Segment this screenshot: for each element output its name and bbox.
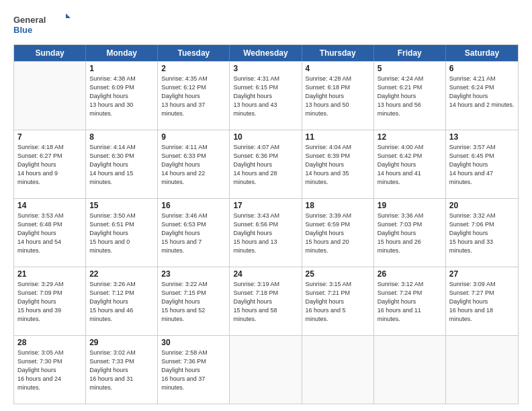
day-number: 23 [161,269,226,279]
day-number: 26 [378,269,442,279]
calendar-week-1: 1 Sunrise: 4:38 AM Sunset: 6:09 PM Dayli… [14,61,518,130]
calendar-day-cell: 7 Sunrise: 4:18 AM Sunset: 6:27 PM Dayli… [14,130,86,198]
calendar-day-cell: 16 Sunrise: 3:46 AM Sunset: 6:53 PM Dayl… [158,199,230,267]
day-number: 7 [17,132,82,142]
day-info: Sunrise: 3:50 AM Sunset: 6:51 PM Dayligh… [89,212,154,255]
day-number: 27 [449,269,515,279]
calendar-header-cell: Friday [374,45,446,61]
day-number: 29 [89,338,154,347]
calendar-day-cell: 26 Sunrise: 3:12 AM Sunset: 7:24 PM Dayl… [374,267,446,335]
day-number: 3 [233,64,298,73]
day-info: Sunrise: 3:39 AM Sunset: 6:59 PM Dayligh… [306,212,370,255]
calendar-day-cell: 11 Sunrise: 4:04 AM Sunset: 6:39 PM Dayl… [302,130,374,198]
day-info: Sunrise: 3:02 AM Sunset: 7:33 PM Dayligh… [89,349,154,392]
calendar-header-cell: Thursday [302,45,374,61]
day-info: Sunrise: 3:15 AM Sunset: 7:21 PM Dayligh… [306,280,370,324]
day-info: Sunrise: 2:58 AM Sunset: 7:36 PM Dayligh… [161,349,226,392]
calendar-day-cell: 30 Sunrise: 2:58 AM Sunset: 7:36 PM Dayl… [158,336,230,404]
calendar-day-cell: 2 Sunrise: 4:35 AM Sunset: 6:12 PM Dayli… [158,62,230,130]
day-number: 2 [161,64,226,73]
day-info: Sunrise: 4:07 AM Sunset: 6:36 PM Dayligh… [233,143,298,187]
calendar-empty-cell [446,336,518,404]
svg-text:General: General [13,15,46,25]
calendar-day-cell: 20 Sunrise: 3:32 AM Sunset: 7:06 PM Dayl… [446,199,518,267]
day-info: Sunrise: 4:21 AM Sunset: 6:24 PM Dayligh… [449,75,515,109]
day-number: 4 [306,64,370,73]
calendar-header-cell: Wednesday [230,45,302,61]
calendar-day-cell: 15 Sunrise: 3:50 AM Sunset: 6:51 PM Dayl… [86,199,158,267]
calendar-day-cell: 8 Sunrise: 4:14 AM Sunset: 6:30 PM Dayli… [86,130,158,198]
calendar-week-3: 14 Sunrise: 3:53 AM Sunset: 6:48 PM Dayl… [14,198,518,267]
calendar-day-cell: 22 Sunrise: 3:26 AM Sunset: 7:12 PM Dayl… [86,267,158,335]
calendar-day-cell: 21 Sunrise: 3:29 AM Sunset: 7:09 PM Dayl… [14,267,86,335]
day-info: Sunrise: 3:22 AM Sunset: 7:15 PM Dayligh… [161,280,226,324]
day-number: 24 [233,269,298,279]
day-info: Sunrise: 4:18 AM Sunset: 6:27 PM Dayligh… [17,143,82,187]
svg-marker-2 [66,13,71,18]
day-number: 13 [449,132,515,142]
logo-container: General Blue [13,12,74,38]
day-info: Sunrise: 4:14 AM Sunset: 6:30 PM Dayligh… [89,143,154,187]
calendar-day-cell: 6 Sunrise: 4:21 AM Sunset: 6:24 PM Dayli… [446,62,518,130]
logo: General Blue [13,12,74,38]
day-info: Sunrise: 3:32 AM Sunset: 7:06 PM Dayligh… [449,212,515,255]
calendar-week-2: 7 Sunrise: 4:18 AM Sunset: 6:27 PM Dayli… [14,130,518,198]
day-info: Sunrise: 3:46 AM Sunset: 6:53 PM Dayligh… [161,212,226,255]
calendar-day-cell: 12 Sunrise: 4:00 AM Sunset: 6:42 PM Dayl… [374,130,446,198]
day-info: Sunrise: 3:43 AM Sunset: 6:56 PM Dayligh… [233,212,298,255]
calendar-day-cell: 18 Sunrise: 3:39 AM Sunset: 6:59 PM Dayl… [302,199,374,267]
calendar-day-cell: 3 Sunrise: 4:31 AM Sunset: 6:15 PM Dayli… [230,62,302,130]
calendar-empty-cell [230,336,302,404]
calendar-empty-cell [14,62,86,130]
day-info: Sunrise: 4:04 AM Sunset: 6:39 PM Dayligh… [306,143,370,187]
day-info: Sunrise: 3:53 AM Sunset: 6:48 PM Dayligh… [17,212,82,255]
day-number: 21 [17,269,82,279]
day-info: Sunrise: 4:24 AM Sunset: 6:21 PM Dayligh… [378,75,442,118]
day-info: Sunrise: 3:26 AM Sunset: 7:12 PM Dayligh… [89,280,154,324]
day-number: 17 [233,201,298,210]
day-number: 12 [378,132,442,142]
calendar-header-cell: Sunday [14,45,86,61]
calendar-day-cell: 14 Sunrise: 3:53 AM Sunset: 6:48 PM Dayl… [14,199,86,267]
day-info: Sunrise: 3:36 AM Sunset: 7:03 PM Dayligh… [378,212,442,255]
day-number: 19 [378,201,442,210]
calendar-header: SundayMondayTuesdayWednesdayThursdayFrid… [14,45,518,61]
day-info: Sunrise: 4:28 AM Sunset: 6:18 PM Dayligh… [306,75,370,118]
day-number: 1 [89,64,154,73]
day-info: Sunrise: 4:00 AM Sunset: 6:42 PM Dayligh… [378,143,442,187]
day-info: Sunrise: 4:38 AM Sunset: 6:09 PM Dayligh… [89,75,154,118]
day-number: 16 [161,201,226,210]
header: General Blue [13,12,519,38]
calendar-body: 1 Sunrise: 4:38 AM Sunset: 6:09 PM Dayli… [14,61,518,404]
calendar-day-cell: 10 Sunrise: 4:07 AM Sunset: 6:36 PM Dayl… [230,130,302,198]
calendar-day-cell: 4 Sunrise: 4:28 AM Sunset: 6:18 PM Dayli… [302,62,374,130]
day-number: 22 [89,269,154,279]
day-number: 9 [161,132,226,142]
calendar-header-cell: Monday [86,45,158,61]
day-info: Sunrise: 3:19 AM Sunset: 7:18 PM Dayligh… [233,280,298,324]
day-number: 8 [89,132,154,142]
day-number: 14 [17,201,82,210]
day-info: Sunrise: 3:12 AM Sunset: 7:24 PM Dayligh… [378,280,442,324]
day-number: 6 [449,64,515,73]
calendar-week-4: 21 Sunrise: 3:29 AM Sunset: 7:09 PM Dayl… [14,267,518,335]
svg-text:Blue: Blue [13,25,32,35]
calendar-week-5: 28 Sunrise: 3:05 AM Sunset: 7:30 PM Dayl… [14,335,518,404]
day-info: Sunrise: 3:29 AM Sunset: 7:09 PM Dayligh… [17,280,82,324]
calendar-day-cell: 19 Sunrise: 3:36 AM Sunset: 7:03 PM Dayl… [374,199,446,267]
calendar-header-cell: Saturday [446,45,518,61]
calendar-empty-cell [374,336,446,404]
day-number: 15 [89,201,154,210]
calendar-day-cell: 17 Sunrise: 3:43 AM Sunset: 6:56 PM Dayl… [230,199,302,267]
calendar: SundayMondayTuesdayWednesdayThursdayFrid… [13,44,519,404]
day-info: Sunrise: 4:35 AM Sunset: 6:12 PM Dayligh… [161,75,226,118]
calendar-day-cell: 13 Sunrise: 3:57 AM Sunset: 6:45 PM Dayl… [446,130,518,198]
calendar-empty-cell [302,336,374,404]
calendar-day-cell: 28 Sunrise: 3:05 AM Sunset: 7:30 PM Dayl… [14,336,86,404]
calendar-day-cell: 9 Sunrise: 4:11 AM Sunset: 6:33 PM Dayli… [158,130,230,198]
day-number: 25 [306,269,370,279]
calendar-day-cell: 5 Sunrise: 4:24 AM Sunset: 6:21 PM Dayli… [374,62,446,130]
day-number: 18 [306,201,370,210]
calendar-day-cell: 24 Sunrise: 3:19 AM Sunset: 7:18 PM Dayl… [230,267,302,335]
calendar-day-cell: 23 Sunrise: 3:22 AM Sunset: 7:15 PM Dayl… [158,267,230,335]
